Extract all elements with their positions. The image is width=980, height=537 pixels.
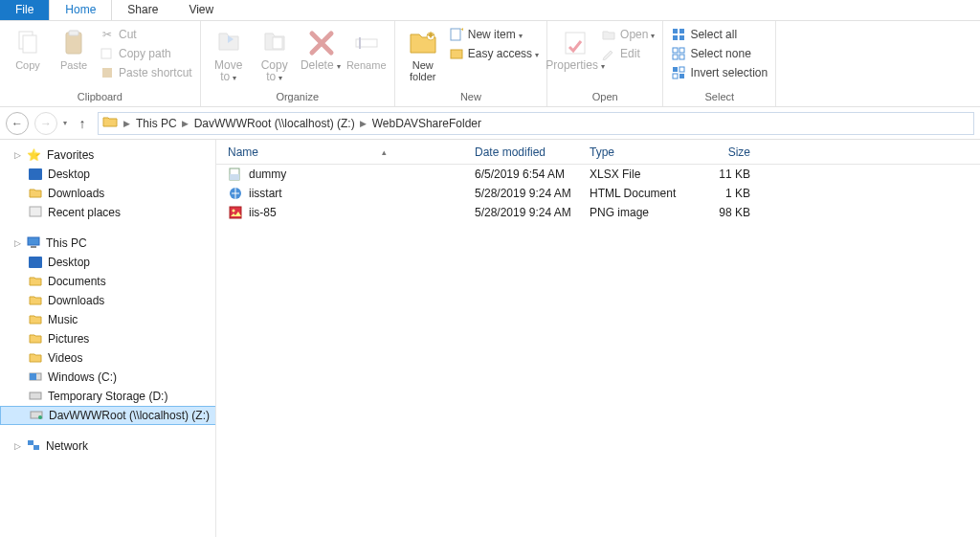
select-none-icon [671,46,686,61]
svg-rect-40 [230,207,241,218]
paste-shortcut-button[interactable]: Paste shortcut [98,64,194,81]
rename-icon [351,27,382,57]
new-item-icon: ✦ [449,27,464,42]
select-all-button[interactable]: Select all [669,26,769,43]
col-name[interactable]: Name▴ [216,145,463,159]
tab-view[interactable]: View [173,0,229,20]
copy-to-label: Copy to [253,59,297,84]
svg-rect-26 [679,74,684,78]
file-date: 5/28/2019 9:24 AM [463,187,578,200]
paste-shortcut-icon [100,65,115,80]
tree-pc-downloads[interactable]: Downloads [0,291,215,310]
desktop-icon [29,168,42,180]
paste-button[interactable]: Paste [52,23,96,71]
copy-to-button[interactable]: Copy to [253,23,297,84]
svg-rect-25 [673,74,678,78]
tree-this-pc[interactable]: ▷This PC [0,234,215,253]
copy-path-icon [100,46,115,61]
table-row[interactable]: dummy6/5/2019 6:54 AMXLSX File11 KB [216,165,980,184]
copy-path-button[interactable]: Copy path [98,45,194,62]
menu-bar: File Home Share View [0,0,980,21]
file-name: iisstart [249,187,282,200]
col-size[interactable]: Size [691,145,760,159]
sort-asc-icon: ▴ [382,147,387,157]
group-label-clipboard: Clipboard [78,91,122,106]
tree-pc-dav-drive[interactable]: DavWWWRoot (\\localhost) (Z:) [0,406,215,425]
select-all-icon [671,27,686,42]
crumb-drive[interactable]: DavWWWRoot (\\localhost) (Z:)▶ [194,117,368,130]
file-icon [228,186,243,201]
tree-pc-d-drive[interactable]: Temporary Storage (D:) [0,387,215,406]
address-bar[interactable]: ▶ This PC▶ DavWWWRoot (\\localhost) (Z:)… [98,112,974,135]
svg-rect-24 [679,67,684,72]
tab-share[interactable]: Share [112,0,173,20]
rename-button[interactable]: Rename [345,23,389,71]
drive-icon [29,390,42,404]
group-clipboard: Copy Paste ✂Cut Copy path Paste shortcut… [0,21,201,106]
file-name: iis-85 [249,206,277,219]
edit-button[interactable]: Edit [599,45,657,62]
file-size: 11 KB [691,168,760,181]
network-icon [27,438,40,455]
properties-button[interactable]: Properties [553,23,597,73]
col-date[interactable]: Date modified [463,145,578,159]
open-button[interactable]: Open [599,26,657,43]
copy-to-icon [259,27,290,57]
file-type: XLSX File [578,168,691,181]
forward-button[interactable]: → [34,112,57,135]
back-button[interactable]: ← [6,112,29,135]
delete-button[interactable]: Delete [299,23,343,73]
col-type[interactable]: Type [578,145,691,159]
ribbon: Copy Paste ✂Cut Copy path Paste shortcut… [0,21,980,107]
tree-pc-c-drive[interactable]: Windows (C:) [0,368,215,387]
file-icon [228,167,243,182]
select-none-button[interactable]: Select none [669,45,769,62]
copy-button[interactable]: Copy [6,23,50,71]
table-row[interactable]: iis-855/28/2019 9:24 AMPNG image98 KB [216,203,980,222]
crumb-this-pc[interactable]: This PC▶ [136,117,190,130]
file-size: 98 KB [691,206,760,219]
downloads-icon [29,294,42,308]
svg-rect-15 [673,29,678,34]
tab-home[interactable]: Home [49,0,112,20]
file-type: PNG image [578,206,691,219]
tree-network[interactable]: ▷Network [0,436,215,456]
group-organize: Move to Copy to Delete Rename Organize [201,21,395,106]
svg-rect-22 [679,55,684,59]
easy-access-button[interactable]: Easy access [447,45,541,62]
cut-button[interactable]: ✂Cut [98,26,194,43]
tree-fav-downloads[interactable]: Downloads [0,184,215,203]
invert-selection-button[interactable]: Invert selection [669,64,769,81]
crumb-sep-root[interactable]: ▶ [122,119,132,128]
new-folder-button[interactable]: ✦ New folder [401,23,445,82]
file-size: 1 KB [691,187,760,200]
svg-rect-4 [101,49,111,58]
svg-rect-35 [28,440,33,445]
move-to-button[interactable]: Move to [207,23,251,84]
history-dropdown[interactable]: ▾ [63,119,67,127]
tree-pc-music[interactable]: Music [0,310,215,329]
desktop-icon [29,257,42,268]
svg-rect-17 [673,35,678,40]
tree-fav-desktop[interactable]: Desktop [0,165,215,184]
tree-pc-desktop[interactable]: Desktop [0,253,215,272]
new-item-button[interactable]: ✦New item [447,26,541,43]
videos-icon [29,351,42,366]
file-date: 5/28/2019 9:24 AM [463,206,578,219]
svg-rect-6 [273,37,282,49]
folder-icon [102,114,118,132]
file-type: HTML Document [578,187,691,200]
tree-pc-pictures[interactable]: Pictures [0,329,215,348]
tree-pc-documents[interactable]: Documents [0,272,215,291]
crumb-folder[interactable]: WebDAVShareFolder [372,117,481,130]
group-label-new: New [460,91,481,106]
tree-favorites[interactable]: ▷⭐Favorites [0,145,215,165]
up-button[interactable]: ↑ [73,116,92,131]
tree-pc-videos[interactable]: Videos [0,348,215,368]
copy-icon [12,27,43,57]
table-row[interactable]: iisstart5/28/2019 9:24 AMHTML Document1 … [216,184,980,203]
tree-fav-recent[interactable]: Recent places [0,203,215,222]
nav-row: ← → ▾ ↑ ▶ This PC▶ DavWWWRoot (\\localho… [0,107,980,140]
svg-rect-20 [679,48,684,53]
tab-file[interactable]: File [0,0,49,20]
